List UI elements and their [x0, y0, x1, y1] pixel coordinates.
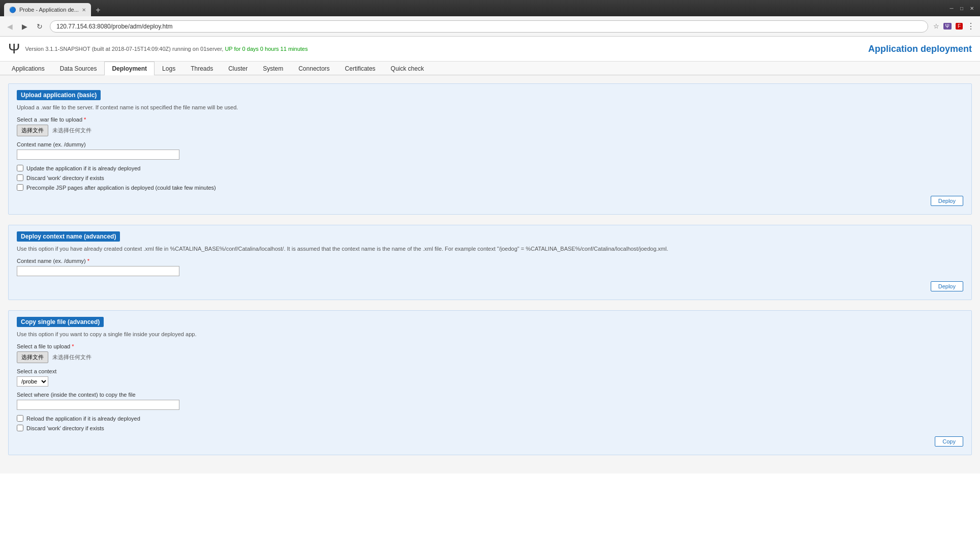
checkbox-discard[interactable] — [17, 174, 23, 181]
app-version: Version 3.1.1-SNAPSHOT (built at 2018-07… — [25, 46, 308, 52]
tab-bar: 🔵 Probe - Application de... ✕ + — [4, 0, 104, 16]
address-bar: ◀ ▶ ↻ ☆ Ψ F ⋮ — [0, 16, 980, 37]
single-file-input-area: 选择文件 未选择任何文件 — [17, 351, 963, 363]
single-file-label: Select a file to upload * — [17, 343, 963, 349]
main-content: Upload application (basic) Upload a .war… — [0, 75, 980, 473]
checkbox-discard2-row: Discard 'work' directory if exists — [17, 425, 963, 431]
app-wrapper: Ψ Version 3.1.1-SNAPSHOT (built at 2018-… — [0, 37, 980, 533]
forward-btn[interactable]: ▶ — [20, 21, 29, 32]
version-text: Version 3.1.1-SNAPSHOT (built at 2018-07… — [25, 46, 223, 52]
tab-threads[interactable]: Threads — [183, 62, 221, 75]
uptime-text: UP for 0 days 0 hours 11 minutes — [225, 46, 308, 52]
single-file-name: 未选择任何文件 — [52, 353, 91, 361]
checkbox-reload-row: Reload the application if it is already … — [17, 415, 963, 422]
checkbox-update-label: Update the application if it is already … — [26, 165, 140, 171]
copy-btn-row: Copy — [17, 436, 963, 447]
ext-icon2: F — [956, 23, 963, 29]
deploy-context-title: Deploy context name (advanced) — [17, 231, 120, 242]
tab-applications[interactable]: Applications — [4, 62, 52, 75]
tab-cluster[interactable]: Cluster — [221, 62, 255, 75]
context-name-input-1[interactable] — [17, 150, 179, 160]
page-title: Application deployment — [868, 44, 972, 54]
deploy-button-2[interactable]: Deploy — [931, 281, 963, 291]
copy-button[interactable]: Copy — [935, 436, 963, 447]
war-file-input-area: 选择文件 未选择任何文件 — [17, 125, 963, 136]
upload-basic-section: Upload application (basic) Upload a .war… — [8, 83, 972, 215]
star-icon[interactable]: ☆ — [933, 22, 939, 30]
context-name-row-1: Context name (ex. /dummy) — [17, 141, 963, 160]
context-select[interactable]: /probe — [17, 376, 48, 387]
url-input[interactable] — [50, 20, 928, 33]
restore-btn[interactable]: □ — [958, 4, 966, 12]
checkbox-reload[interactable] — [17, 415, 23, 422]
nav-tabs: Applications Data Sources Deployment Log… — [0, 62, 980, 75]
window-controls: ─ □ ✕ — [947, 4, 976, 12]
select-context-row: Select a context /probe — [17, 368, 963, 387]
deploy-button-1[interactable]: Deploy — [931, 196, 963, 206]
tab-close-btn[interactable]: ✕ — [82, 7, 86, 13]
checkbox-discard-label: Discard 'work' directory if exists — [26, 175, 104, 181]
war-file-name: 未选择任何文件 — [52, 127, 91, 134]
checkbox-precompile-label: Precompile JSP pages after application i… — [26, 185, 216, 191]
checkbox-precompile[interactable] — [17, 184, 23, 191]
upload-basic-desc: Upload a .war file to the server. If con… — [17, 104, 963, 110]
active-tab[interactable]: 🔵 Probe - Application de... ✕ — [4, 3, 91, 16]
reload-btn[interactable]: ↻ — [35, 21, 45, 32]
close-btn[interactable]: ✕ — [968, 4, 976, 12]
ext-icon1: Ψ — [943, 23, 952, 29]
tab-logs[interactable]: Logs — [155, 62, 183, 75]
tab-connectors[interactable]: Connectors — [291, 62, 337, 75]
deploy-btn-row-1: Deploy — [17, 196, 963, 206]
deploy-btn-row-2: Deploy — [17, 281, 963, 291]
app-logo: Ψ — [8, 41, 20, 57]
checkbox-update[interactable] — [17, 165, 23, 171]
checkbox-discard-row: Discard 'work' directory if exists — [17, 174, 963, 181]
where-copy-input[interactable] — [17, 400, 179, 410]
single-file-row: Select a file to upload * 选择文件 未选择任何文件 — [17, 343, 963, 363]
select-context-label: Select a context — [17, 368, 963, 374]
app-header: Ψ Version 3.1.1-SNAPSHOT (built at 2018-… — [0, 37, 980, 62]
context-name-label-2: Context name (ex. /dummy) * — [17, 258, 963, 264]
new-tab-btn[interactable]: + — [92, 4, 104, 16]
war-file-row: Select a .war file to upload * 选择文件 未选择任… — [17, 116, 963, 136]
minimize-btn[interactable]: ─ — [947, 4, 956, 12]
context-name-label-1: Context name (ex. /dummy) — [17, 141, 963, 147]
browser-titlebar: 🔵 Probe - Application de... ✕ + ─ □ ✕ — [0, 0, 980, 16]
checkbox-discard2[interactable] — [17, 425, 23, 431]
war-file-label: Select a .war file to upload * — [17, 116, 963, 123]
tab-certificates[interactable]: Certificates — [338, 62, 383, 75]
tab-quickcheck[interactable]: Quick check — [383, 62, 432, 75]
deploy-context-section: Deploy context name (advanced) Use this … — [8, 225, 972, 300]
war-file-choose-btn[interactable]: 选择文件 — [17, 125, 48, 136]
app-logo-area: Ψ Version 3.1.1-SNAPSHOT (built at 2018-… — [8, 41, 308, 57]
single-file-choose-btn[interactable]: 选择文件 — [17, 351, 48, 363]
context-name-row-2: Context name (ex. /dummy) * — [17, 258, 963, 276]
deploy-context-desc: Use this option if you have already crea… — [17, 246, 963, 252]
menu-btn[interactable]: ⋮ — [967, 21, 975, 31]
tab-system[interactable]: System — [255, 62, 291, 75]
where-copy-label: Select where (inside the context) to cop… — [17, 392, 963, 398]
tab-datasources[interactable]: Data Sources — [52, 62, 105, 75]
addr-icons: ☆ Ψ F ⋮ — [933, 21, 975, 31]
copy-file-title: Copy single file (advanced) — [17, 317, 104, 327]
copy-file-desc: Use this option if you want to copy a si… — [17, 331, 963, 337]
where-copy-row: Select where (inside the context) to cop… — [17, 392, 963, 410]
tab-deployment[interactable]: Deployment — [104, 62, 155, 75]
checkbox-precompile-row: Precompile JSP pages after application i… — [17, 184, 963, 191]
upload-basic-title: Upload application (basic) — [17, 90, 101, 100]
back-btn[interactable]: ◀ — [5, 21, 15, 32]
copy-file-section: Copy single file (advanced) Use this opt… — [8, 310, 972, 455]
context-name-input-2[interactable] — [17, 266, 179, 276]
checkbox-reload-label: Reload the application if it is already … — [26, 416, 140, 422]
checkbox-discard2-label: Discard 'work' directory if exists — [26, 425, 104, 431]
tab-title: Probe - Application de... — [19, 7, 79, 13]
checkbox-update-row: Update the application if it is already … — [17, 165, 963, 171]
